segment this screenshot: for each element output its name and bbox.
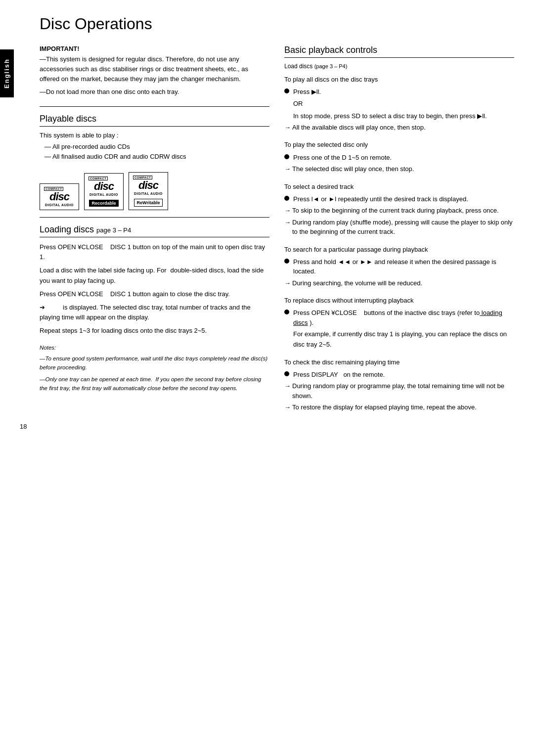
arrow-item-6a: During random play or programme play, th… xyxy=(284,381,514,400)
replace-follow: For example, if currently disc tray 1 is… xyxy=(284,329,514,349)
disc-text-3: disc xyxy=(133,180,164,191)
bullet-dot xyxy=(284,154,289,159)
bullet-item-4: Press and hold ◄◄ or ►► and release it w… xyxy=(284,257,514,276)
cd-logo-3: COMPACT disc DIGITAL AUDIO ReWritable xyxy=(129,172,168,210)
bullet-text-6: Press DISPLAY on the remote. xyxy=(293,370,514,380)
loading-para-4: ➔ is displayed. The selected disc tray, … xyxy=(40,303,269,322)
rewritable-tag: ReWritable xyxy=(134,199,163,207)
notes-section: Notes: —To ensure good system performanc… xyxy=(40,344,269,393)
notes-label: Notes: xyxy=(40,344,269,353)
arrow-item-1: All the available discs will play once, … xyxy=(284,123,514,133)
play-all-section: To play all discs on the disc trays Pres… xyxy=(284,75,514,132)
loading-discs-section: Loading discs page 3 – P4 Press OPEN ¥CL… xyxy=(40,224,269,336)
arrow-item-4: During searching, the volume will be red… xyxy=(284,278,514,288)
page-wrapper: English Disc Operations IMPORTANT! —This… xyxy=(0,0,534,440)
bullet-dot xyxy=(284,259,289,264)
digital-audio-label-2: DIGITAL AUDIO xyxy=(89,193,119,196)
note-2: —Only one tray can be opened at each tim… xyxy=(40,375,269,393)
main-content: Disc Operations IMPORTANT! —This system … xyxy=(20,0,534,440)
cd-logo-1: COMPACT disc DIGITAL AUDIO xyxy=(40,183,79,210)
divider-2 xyxy=(40,217,269,218)
bullet-dot xyxy=(284,196,289,201)
list-item: All pre-recorded audio CDs xyxy=(44,142,269,152)
two-column-layout: IMPORTANT! —This system is designed for … xyxy=(40,45,514,420)
bullet-item-6: Press DISPLAY on the remote. xyxy=(284,370,514,380)
loading-para-5: Repeat steps 1~3 for loading discs onto … xyxy=(40,326,269,336)
page-title: Disc Operations xyxy=(40,15,514,35)
arrow-item-2: The selected disc will play once, then s… xyxy=(284,164,514,174)
play-all-intro: To play all discs on the disc trays xyxy=(284,75,514,85)
select-track-intro: To select a desired track xyxy=(284,182,514,192)
arrow-item-3a: To skip to the beginning of the current … xyxy=(284,206,514,216)
or-text: OR xyxy=(293,99,514,109)
bullet-item-3: Press l◄ or ►l repeatedly until the desi… xyxy=(284,194,514,204)
right-column: Basic playback controls Load discs (page… xyxy=(284,45,514,420)
playable-list: All pre-recorded audio CDs All finalised… xyxy=(40,142,269,163)
play-all-follow: In stop mode, press SD to select a disc … xyxy=(284,111,514,121)
bullet-item-2: Press one of the D 1~5 on remote. xyxy=(284,153,514,163)
load-discs-note: Load discs (page 3 – P4) xyxy=(284,63,514,70)
bullet-dot xyxy=(284,89,289,93)
loading-discs-heading: Loading discs page 3 – P4 xyxy=(40,224,269,237)
playable-discs-heading: Playable discs xyxy=(40,114,269,127)
bullet-item-1: Press ▶ll. xyxy=(284,87,514,97)
playable-intro: This system is able to play : xyxy=(40,132,269,139)
digital-audio-label-1: DIGITAL AUDIO xyxy=(44,203,75,207)
bullet-item-5: Press OPEN ¥CLOSE buttons of the inactiv… xyxy=(284,308,514,327)
play-selected-intro: To play the selected disc only xyxy=(284,140,514,150)
search-section: To search for a particular passage durin… xyxy=(284,245,514,288)
remaining-intro: To check the disc remaining playing time xyxy=(284,357,514,367)
play-selected-section: To play the selected disc only Press one… xyxy=(284,140,514,174)
important-text-1: —This system is designed for regular dis… xyxy=(40,54,269,84)
important-text-2: —Do not load more than one disc onto eac… xyxy=(40,87,269,97)
loading-heading-note: page 3 – P4 xyxy=(96,226,131,234)
bullet-text-5: Press OPEN ¥CLOSE buttons of the inactiv… xyxy=(293,308,514,327)
cd-logo-2: COMPACT disc DIGITAL AUDIO Recordable xyxy=(84,173,124,210)
disc-text-1: disc xyxy=(44,191,75,202)
arrow-item-3b: During random play (shuffle mode), press… xyxy=(284,218,514,237)
page-number: 18 xyxy=(20,423,27,430)
list-item: All finalised audio CDR and audio CDRW d… xyxy=(44,152,269,162)
search-intro: To search for a particular passage durin… xyxy=(284,245,514,255)
loading-heading-text: Loading discs xyxy=(40,224,94,234)
replace-discs-section: To replace discs without interrupting pl… xyxy=(284,296,514,349)
bullet-text-1: Press ▶ll. xyxy=(293,87,514,97)
bullet-dot xyxy=(284,371,289,376)
cd-logos-group: COMPACT disc DIGITAL AUDIO COMPACT disc … xyxy=(40,172,269,210)
disc-text-2: disc xyxy=(89,181,119,192)
arrow-item-6b: To restore the display for elapsed playi… xyxy=(284,402,514,412)
bullet-text-3: Press l◄ or ►l repeatedly until the desi… xyxy=(293,194,514,204)
bullet-dot xyxy=(284,310,289,314)
digital-audio-label-3: DIGITAL AUDIO xyxy=(133,192,164,195)
basic-playback-heading: Basic playback controls xyxy=(284,45,514,58)
left-column: IMPORTANT! —This system is designed for … xyxy=(40,45,269,420)
loading-para-1: Press OPEN ¥CLOSE DISC 1 button on top o… xyxy=(40,242,269,262)
bullet-text-4: Press and hold ◄◄ or ►► and release it w… xyxy=(293,257,514,276)
language-tab: English xyxy=(0,49,14,97)
loading-para-3: Press OPEN ¥CLOSE DISC 1 button again to… xyxy=(40,289,269,299)
note-1: —To ensure good system performance, wait… xyxy=(40,355,269,372)
select-track-section: To select a desired track Press l◄ or ►l… xyxy=(284,182,514,237)
playable-discs-section: Playable discs This system is able to pl… xyxy=(40,114,269,163)
remaining-time-section: To check the disc remaining playing time… xyxy=(284,357,514,412)
important-block: IMPORTANT! —This system is designed for … xyxy=(40,45,269,97)
bullet-text-2: Press one of the D 1~5 on remote. xyxy=(293,153,514,163)
language-label: English xyxy=(3,58,10,89)
divider-1 xyxy=(40,106,269,107)
replace-intro: To replace discs without interrupting pl… xyxy=(284,296,514,306)
loading-para-2: Load a disc with the label side facing u… xyxy=(40,266,269,285)
recordable-tag: Recordable xyxy=(89,200,118,207)
important-label: IMPORTANT! xyxy=(40,45,269,52)
